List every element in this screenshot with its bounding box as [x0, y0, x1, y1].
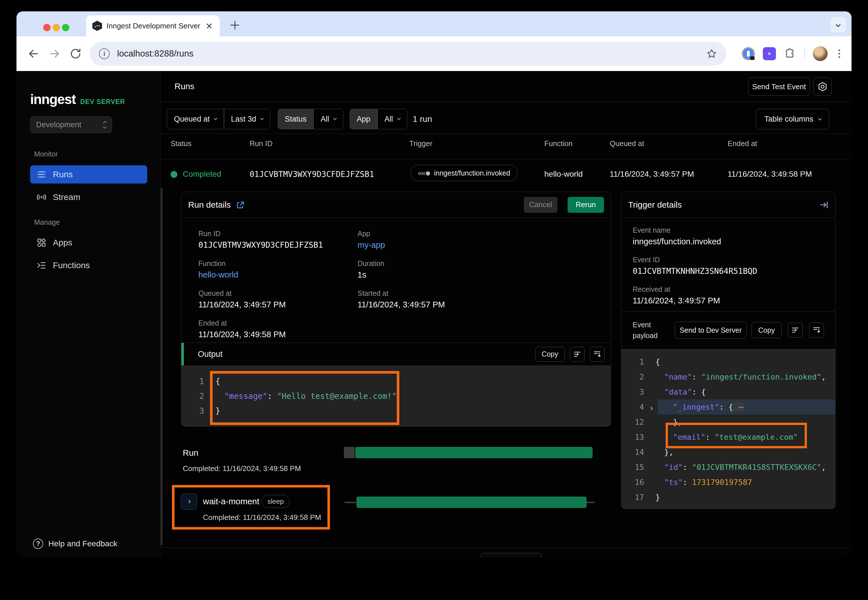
sidebar-item-label: Runs — [53, 170, 73, 179]
divider — [160, 547, 851, 548]
browser-menu-icon[interactable] — [838, 53, 840, 55]
run-id-cell[interactable]: 01JCVBTMV3WXY9D3CFDEJFZSB1 — [250, 170, 374, 179]
timeline-step-bar[interactable] — [357, 497, 587, 508]
profile-avatar[interactable] — [813, 46, 828, 61]
col-header-run-id[interactable]: Run ID — [250, 139, 273, 148]
trigger-badge[interactable]: «« inngest/function.invoked — [410, 165, 518, 181]
site-info-icon[interactable]: i — [99, 48, 110, 59]
function-cell[interactable]: hello-world — [544, 170, 583, 179]
window-close-button[interactable] — [43, 24, 51, 31]
scroll-bottom-icon — [593, 350, 601, 359]
settings-gear-button[interactable] — [813, 77, 832, 96]
time-range-dropdown[interactable]: Last 3d — [224, 109, 270, 129]
window-zoom-button[interactable] — [62, 24, 69, 31]
output-copy-button[interactable]: Copy — [535, 347, 565, 362]
scrollbar-thumb[interactable] — [161, 188, 162, 545]
chevron-down-icon — [397, 117, 401, 120]
code-line: 16"ts": 1731790197587 — [621, 475, 835, 490]
status-filter-dropdown[interactable]: All — [314, 109, 343, 129]
event-icon: «« — [418, 169, 430, 177]
highlight-box-output — [210, 371, 399, 425]
col-header-queued[interactable]: Queued at — [610, 139, 644, 148]
timeline-run-bar[interactable] — [355, 447, 593, 458]
window-minimize-button[interactable] — [53, 24, 60, 31]
scroll-bottom-icon — [812, 326, 821, 334]
collapse-panel-icon[interactable] — [819, 200, 829, 209]
col-header-trigger[interactable]: Trigger — [409, 139, 432, 148]
url-text[interactable]: localhost:8288/runs — [117, 48, 706, 59]
run-details-header: Run details Cancel Rerun — [181, 192, 611, 218]
col-header-function[interactable]: Function — [544, 139, 573, 148]
run-details-fields: Run ID01JCVBTMV3WXY9D3CFDEJFZSB1 Appmy-a… — [198, 230, 605, 349]
duration-value: 1s — [358, 270, 605, 280]
line-number: 2 — [621, 369, 644, 384]
functions-icon — [36, 260, 47, 270]
app-filter: App All — [350, 109, 407, 129]
line-number: 1 — [181, 374, 204, 389]
bookmark-star-icon[interactable] — [706, 48, 717, 59]
password-manager-extension-icon[interactable] — [742, 47, 755, 60]
timeline-step-lead-line — [344, 502, 356, 503]
chevron-down-icon — [836, 23, 841, 27]
tab-close-icon[interactable] — [205, 21, 214, 30]
fold-chevron-icon[interactable] — [650, 399, 652, 415]
run-status[interactable]: Completed — [183, 170, 221, 179]
reload-button[interactable] — [69, 47, 82, 61]
trigger-details-header: Trigger details — [621, 192, 835, 218]
forward-button[interactable] — [48, 47, 61, 61]
cancel-button[interactable]: Cancel — [524, 197, 557, 213]
queued-value: 11/16/2024, 3:49:57 PM — [198, 300, 358, 309]
line-number: 12 — [621, 415, 644, 430]
sidebar-item-functions[interactable]: Functions — [30, 256, 147, 274]
rerun-button[interactable]: Rerun — [568, 197, 604, 213]
back-button[interactable] — [27, 47, 40, 61]
cutoff-bottom-button[interactable] — [480, 553, 542, 558]
received-at-value: 11/16/2024, 3:49:57 PM — [633, 296, 827, 305]
sidebar-item-runs[interactable]: Runs — [30, 165, 147, 183]
word-wrap-button[interactable] — [570, 347, 585, 362]
word-wrap-icon — [573, 350, 581, 359]
toolbar-divider — [804, 47, 805, 60]
function-link[interactable]: hello-world — [198, 270, 358, 280]
line-number: 3 — [181, 404, 204, 418]
timeline-run-queued-segment — [344, 447, 355, 458]
payload-copy-button[interactable]: Copy — [751, 322, 782, 338]
field-label: App — [358, 230, 605, 238]
browser-window: Inngest Development Server i localhost:8… — [17, 11, 851, 558]
chevron-down-icon — [333, 117, 337, 120]
help-and-feedback[interactable]: ? Help and Feedback — [33, 539, 117, 549]
browser-tab[interactable]: Inngest Development Server — [86, 15, 220, 36]
status-filter-label: Status — [278, 109, 314, 129]
scroll-to-bottom-button[interactable] — [590, 347, 604, 362]
code-content: { — [656, 354, 660, 369]
url-bar[interactable]: i localhost:8288/runs — [90, 42, 727, 66]
divider — [160, 159, 851, 159]
purple-extension-icon[interactable] — [763, 47, 776, 60]
sidebar-item-stream[interactable]: Stream — [30, 188, 147, 206]
browser-toolbar: i localhost:8288/runs — [17, 36, 851, 71]
table-columns-button[interactable]: Table columns — [756, 109, 829, 129]
sidebar-item-label: Apps — [53, 238, 72, 247]
external-link-icon[interactable] — [236, 200, 245, 209]
queued-at-cell: 11/16/2024, 3:49:57 PM — [610, 170, 694, 179]
timeline-run-label[interactable]: Run — [183, 448, 198, 458]
send-test-event-button[interactable]: Send Test Event — [748, 77, 810, 96]
app-link[interactable]: my-app — [358, 240, 605, 250]
send-to-dev-server-button[interactable]: Send to Dev Server — [675, 321, 747, 339]
code-line: 2"name": "inngest/function.invoked", — [621, 369, 835, 384]
code-content: "data": { — [656, 384, 706, 399]
inngest-logo: inngest — [30, 91, 76, 107]
payload-scroll-to-bottom-button[interactable] — [809, 323, 824, 338]
extensions-puzzle-icon[interactable] — [784, 47, 797, 60]
tab-search-button[interactable] — [830, 17, 846, 32]
col-header-status[interactable]: Status — [170, 139, 191, 148]
chevron-down-icon — [818, 117, 822, 120]
new-tab-button[interactable] — [228, 19, 241, 32]
app-filter-dropdown[interactable]: All — [378, 109, 407, 129]
sidebar-item-apps[interactable]: Apps — [30, 233, 147, 252]
code-content: "ts": 1731790197587 — [656, 475, 752, 490]
col-header-ended[interactable]: Ended at — [728, 139, 757, 148]
environment-select[interactable]: Development — [30, 117, 112, 133]
payload-word-wrap-button[interactable] — [788, 323, 803, 338]
time-field-dropdown[interactable]: Queued at — [167, 109, 224, 129]
